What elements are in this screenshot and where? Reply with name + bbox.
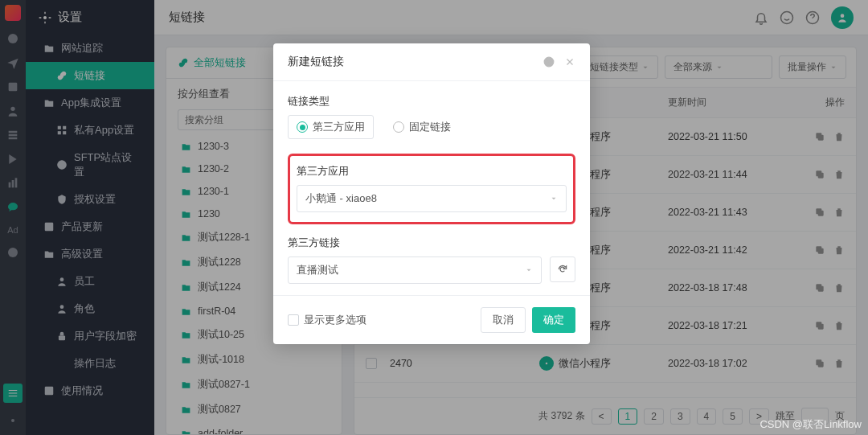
- checkbox-icon: [288, 314, 299, 326]
- close-icon[interactable]: [564, 56, 575, 68]
- reload-button[interactable]: [550, 256, 575, 282]
- confirm-button[interactable]: 确定: [532, 307, 575, 333]
- modal-title: 新建短链接: [288, 55, 344, 69]
- chevron-down-icon: [525, 266, 533, 274]
- third-link-select[interactable]: 直播测试: [288, 256, 542, 284]
- radio-third-party[interactable]: 第三方应用: [288, 115, 374, 139]
- label-third-app: 第三方应用: [297, 164, 567, 179]
- radio-group-link-type: 第三方应用 固定链接: [288, 115, 575, 139]
- label-third-link: 第三方链接: [288, 236, 575, 250]
- show-more-checkbox[interactable]: 显示更多选项: [288, 313, 366, 327]
- modal-footer: 显示更多选项 取消 确定: [273, 295, 590, 344]
- cancel-button[interactable]: 取消: [481, 307, 526, 333]
- third-app-select[interactable]: 小鹅通 - xiaoe8: [297, 185, 567, 212]
- modal-header: 新建短链接: [273, 43, 590, 81]
- help-icon[interactable]: [543, 56, 555, 68]
- chevron-down-icon: [550, 195, 558, 203]
- new-shortlink-modal: 新建短链接 链接类型 第三方应用 固定链接 第三方应用 小鹅通 - xiaoe8…: [273, 43, 590, 344]
- highlighted-section: 第三方应用 小鹅通 - xiaoe8: [288, 154, 575, 224]
- label-link-type: 链接类型: [288, 94, 575, 109]
- watermark: CSDN @联否Linkflow: [760, 417, 862, 432]
- radio-fixed-link[interactable]: 固定链接: [393, 115, 451, 139]
- reload-icon: [557, 264, 568, 275]
